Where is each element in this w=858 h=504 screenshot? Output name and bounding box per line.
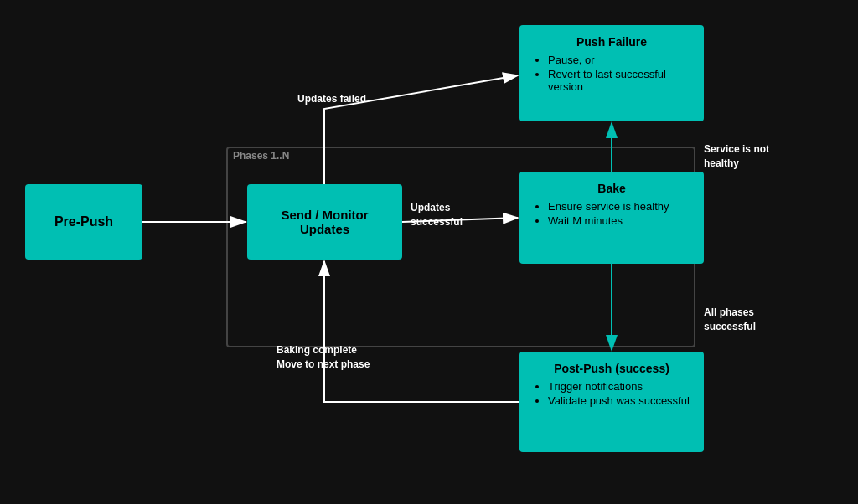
bake-box: Bake Ensure service is healthy Wait M mi…	[519, 172, 704, 264]
diagram: Phases 1..N Pre-Push Send / Monitor Upda…	[0, 0, 858, 504]
push-failure-box: Push Failure Pause, or Revert to last su…	[519, 25, 704, 121]
pre-push-label: Pre-Push	[54, 214, 113, 229]
post-push-bullet-1: Trigger notifications	[548, 380, 690, 393]
post-push-bullets: Trigger notifications Validate push was …	[533, 380, 690, 407]
send-monitor-box: Send / Monitor Updates	[247, 184, 402, 260]
push-failure-bullet-1: Pause, or	[548, 54, 690, 66]
bake-bullet-2: Wait M minutes	[548, 214, 690, 227]
bake-title: Bake	[533, 182, 690, 195]
send-monitor-label: Send / Monitor Updates	[261, 208, 389, 236]
post-push-bullet-2: Validate push was successful	[548, 394, 690, 407]
push-failure-title: Push Failure	[533, 35, 690, 49]
bake-bullets: Ensure service is healthy Wait M minutes	[533, 200, 690, 227]
pre-push-box: Pre-Push	[25, 184, 142, 260]
baking-complete-label: Baking completeMove to next phase	[277, 343, 370, 372]
updates-successful-label: Updatessuccessful	[411, 201, 463, 229]
all-phases-successful-label: All phasessuccessful	[704, 306, 756, 334]
post-push-box: Post-Push (success) Trigger notification…	[519, 352, 704, 452]
post-push-title: Post-Push (success)	[533, 362, 690, 375]
phases-label: Phases 1..N	[233, 149, 289, 163]
updates-failed-label: Updates failed	[297, 92, 366, 106]
bake-bullet-1: Ensure service is healthy	[548, 200, 690, 213]
service-not-healthy-label: Service is nothealthy	[704, 142, 769, 171]
push-failure-bullet-2: Revert to last successful version	[548, 68, 690, 93]
push-failure-bullets: Pause, or Revert to last successful vers…	[533, 54, 690, 93]
